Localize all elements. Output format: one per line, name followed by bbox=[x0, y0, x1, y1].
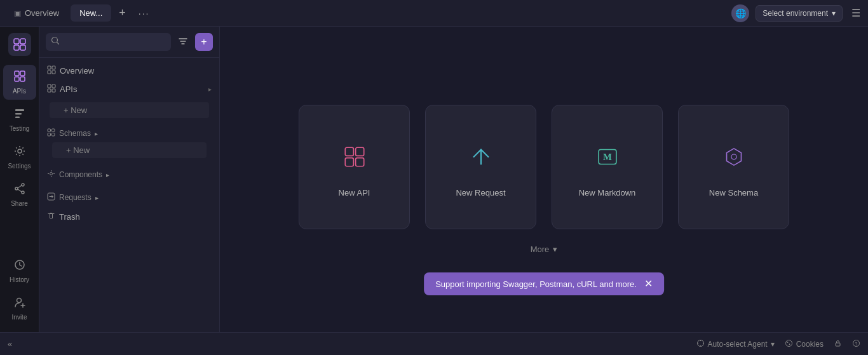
svg-rect-6 bbox=[15, 77, 19, 81]
svg-point-38 bbox=[731, 154, 736, 159]
help-icon: ? bbox=[852, 339, 860, 349]
svg-text:M: M bbox=[603, 151, 612, 161]
svg-rect-23 bbox=[52, 84, 55, 88]
sidebar-item-settings[interactable]: Settings bbox=[3, 140, 36, 175]
requests-header[interactable]: Requests ▸ bbox=[47, 190, 212, 205]
new-button-2[interactable]: + New bbox=[52, 142, 207, 158]
tab-bar-left: ▣ Overview New... + ··· bbox=[5, 4, 731, 22]
trash-label: Trash bbox=[59, 212, 80, 222]
tab-new[interactable]: New... bbox=[71, 4, 111, 22]
new-schema-label: New Schema bbox=[709, 188, 758, 198]
cards-grid: New API New Request M bbox=[299, 105, 789, 229]
search-input[interactable] bbox=[64, 37, 166, 47]
more-chevron-icon: ▾ bbox=[553, 244, 557, 254]
history-icon bbox=[13, 258, 26, 274]
filter-button[interactable] bbox=[175, 34, 191, 50]
new-request-card[interactable]: New Request bbox=[425, 105, 536, 229]
components-chevron-icon: ▸ bbox=[106, 171, 109, 178]
svg-rect-33 bbox=[355, 147, 363, 156]
lock-icon bbox=[834, 339, 842, 349]
new-request-icon-wrap bbox=[461, 137, 501, 177]
sidebar-item-history[interactable]: History bbox=[3, 253, 36, 288]
components-section: Components ▸ bbox=[39, 162, 219, 185]
invite-label: Invite bbox=[12, 314, 27, 321]
history-label: History bbox=[10, 276, 29, 283]
toast-close-button[interactable]: ✕ bbox=[644, 279, 653, 289]
overview-tab-icon: ▣ bbox=[14, 9, 21, 18]
tab-bar: ▣ Overview New... + ··· 🌐 Select environ… bbox=[0, 0, 868, 27]
new-api-card[interactable]: New API bbox=[299, 105, 410, 229]
sidebar-item-apis[interactable]: APIs bbox=[3, 65, 36, 100]
svg-rect-4 bbox=[15, 71, 19, 76]
trash-icon bbox=[47, 211, 55, 222]
new-api-icon-wrap bbox=[335, 137, 374, 177]
svg-point-13 bbox=[15, 187, 18, 190]
invite-icon bbox=[13, 296, 26, 312]
schemas-header[interactable]: Schemas ▸ bbox=[47, 126, 212, 141]
search-bar: + bbox=[39, 27, 219, 58]
bottom-bar: « Auto-select Agent ▾ Cookies ? bbox=[0, 332, 868, 355]
add-tab-button[interactable]: + bbox=[114, 4, 131, 22]
app-logo bbox=[8, 33, 31, 56]
new-button-1[interactable]: + New bbox=[50, 102, 209, 118]
more-tabs-button[interactable]: ··· bbox=[133, 6, 155, 21]
apis-tree-icon bbox=[47, 84, 56, 95]
components-header[interactable]: Components ▸ bbox=[47, 167, 212, 182]
help-button[interactable]: ? bbox=[852, 339, 860, 349]
sidebar-item-share[interactable]: Share bbox=[3, 177, 36, 212]
svg-point-14 bbox=[22, 191, 24, 194]
svg-point-41 bbox=[787, 342, 788, 343]
hamburger-button[interactable]: ☰ bbox=[849, 4, 863, 22]
svg-rect-22 bbox=[48, 84, 51, 88]
tab-overview[interactable]: ▣ Overview bbox=[5, 4, 68, 22]
new-schema-card[interactable]: New Schema bbox=[678, 105, 789, 229]
svg-point-30 bbox=[50, 173, 53, 175]
agent-icon bbox=[696, 339, 705, 349]
svg-rect-34 bbox=[345, 157, 353, 166]
svg-rect-25 bbox=[52, 89, 55, 92]
more-row[interactable]: More ▾ bbox=[531, 244, 558, 254]
svg-rect-1 bbox=[20, 39, 25, 44]
schemas-label: Schemas bbox=[59, 129, 91, 138]
collapse-button[interactable]: « bbox=[8, 339, 12, 349]
search-input-wrap[interactable] bbox=[46, 33, 171, 51]
icon-sidebar: APIs Testing Settings bbox=[0, 27, 39, 332]
tree-item-apis[interactable]: APIs ▸ bbox=[39, 80, 219, 98]
svg-rect-0 bbox=[14, 39, 19, 44]
svg-rect-24 bbox=[48, 89, 51, 92]
requests-chevron-icon: ▸ bbox=[95, 194, 98, 201]
svg-point-42 bbox=[789, 344, 790, 345]
new-row-1-wrap: + New bbox=[39, 98, 219, 121]
testing-icon bbox=[13, 107, 26, 123]
apis-arrow-icon: ▸ bbox=[208, 86, 212, 93]
testing-label: Testing bbox=[10, 125, 30, 132]
new-markdown-card[interactable]: M New Markdown bbox=[552, 105, 663, 229]
requests-label: Requests bbox=[59, 193, 92, 202]
lock-button[interactable] bbox=[834, 339, 842, 349]
agent-selector[interactable]: Auto-select Agent ▾ bbox=[696, 339, 775, 349]
search-icon bbox=[51, 36, 60, 48]
toast-message: Support importing Swagger, Postman, cURL… bbox=[435, 279, 637, 289]
svg-rect-7 bbox=[20, 77, 25, 81]
sidebar-item-invite[interactable]: Invite bbox=[3, 291, 36, 326]
svg-rect-19 bbox=[52, 66, 55, 69]
sidebar-item-testing[interactable]: Testing bbox=[3, 102, 36, 137]
tree-item-trash[interactable]: Trash bbox=[39, 208, 219, 225]
overview-tree-icon bbox=[47, 65, 56, 76]
env-select[interactable]: Select environment ▾ bbox=[756, 5, 843, 22]
main-content: New API New Request M bbox=[220, 27, 868, 332]
import-toast: Support importing Swagger, Postman, cURL… bbox=[424, 272, 664, 295]
share-icon bbox=[13, 182, 26, 198]
svg-point-40 bbox=[785, 340, 792, 346]
main-body: APIs Testing Settings bbox=[0, 27, 868, 332]
svg-rect-26 bbox=[48, 129, 51, 132]
tab-bar-right: 🌐 Select environment ▾ ☰ bbox=[731, 4, 863, 22]
svg-point-16 bbox=[17, 298, 21, 303]
tree-item-overview[interactable]: Overview bbox=[39, 62, 219, 80]
cookies-button[interactable]: Cookies bbox=[785, 339, 824, 349]
apis-label: APIs bbox=[13, 88, 26, 95]
agent-chevron-icon: ▾ bbox=[771, 340, 775, 349]
tab-overview-label: Overview bbox=[25, 8, 59, 18]
add-button[interactable]: + bbox=[195, 33, 213, 51]
svg-rect-43 bbox=[836, 343, 840, 346]
